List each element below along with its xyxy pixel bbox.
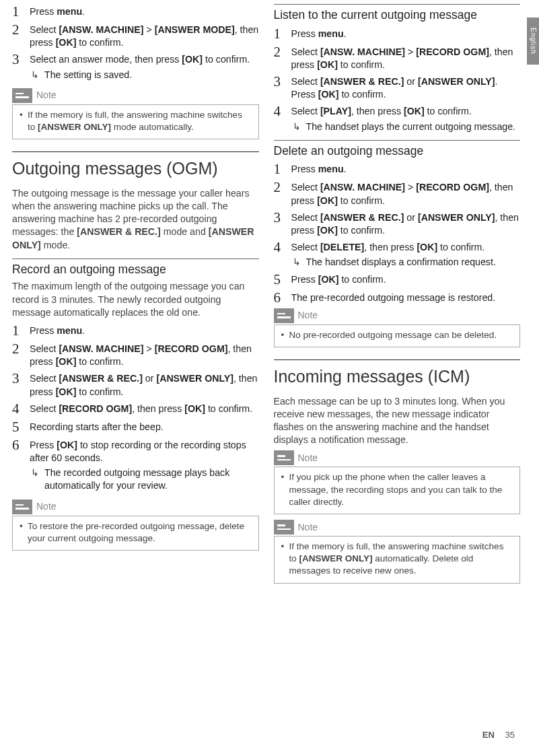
step-number: 1 <box>274 26 291 42</box>
bold: [ANSWER ONLY] <box>38 122 111 132</box>
result-arrow-icon: ↳ <box>291 121 306 133</box>
subsection-heading: Delete an outgoing message <box>274 143 521 160</box>
note-icon <box>12 500 32 514</box>
note-body: • To restore the pre-recorded outgoing m… <box>12 516 259 551</box>
language-tab: English <box>527 18 539 65</box>
note-icon <box>274 308 294 323</box>
result-row: ↳ The setting is saved. <box>30 69 259 81</box>
note-box: Note • If you pick up the phone when the… <box>274 450 521 514</box>
step-item: 4Select [DELETE], then press [OK] to con… <box>274 240 521 269</box>
step-number: 1 <box>274 162 291 177</box>
note-text: No pre-recorded outgoing message can be … <box>289 329 497 341</box>
step-item: 3 Select an answer mode, then press [OK]… <box>12 52 259 81</box>
bullet-dot: • <box>281 329 289 341</box>
text: mode. <box>41 240 70 250</box>
note-header: Note <box>12 500 259 514</box>
right-column: Listen to the current outgoing message 1… <box>274 0 521 756</box>
step-item: 2Select [ANSW. MACHINE] > [RECORD OGM], … <box>12 341 259 368</box>
step-text: Select [DELETE], then press [OK] to conf… <box>291 240 521 269</box>
step-text: Press [OK] to confirm. <box>291 272 521 287</box>
page-content: 1 Press menu. 2 Select [ANSW. MACHINE] >… <box>0 0 539 756</box>
result-text: The recorded outgoing message plays back… <box>44 467 259 492</box>
text: Select an answer mode, then press <box>30 54 182 65</box>
note-label: Note <box>36 500 57 513</box>
step-text: Press menu. <box>30 323 259 339</box>
step-number: 5 <box>274 272 291 287</box>
bullet-dot: • <box>281 541 289 578</box>
result-row: ↳The recorded outgoing message plays bac… <box>30 467 259 492</box>
paragraph: Each message can be up to 3 minutes long… <box>274 395 521 447</box>
step-item: 3Select [ANSWER & REC.] or [ANSWER ONLY]… <box>274 210 521 237</box>
step-item: 2Select [ANSW. MACHINE] > [RECORD OGM], … <box>274 44 521 71</box>
note-header: Note <box>274 520 521 535</box>
bold: [ANSW. MACHINE] <box>59 24 143 35</box>
step-item: 1 Press menu. <box>12 4 259 20</box>
note-box: Note • No pre-recorded outgoing message … <box>274 308 521 347</box>
step-number: 3 <box>12 371 30 398</box>
step-number: 6 <box>12 438 30 493</box>
note-icon <box>274 450 294 465</box>
step-item: 5Press [OK] to confirm. <box>274 272 521 287</box>
text: mode and <box>161 226 209 237</box>
note-body: • If the memory is full, the answering m… <box>12 104 259 139</box>
text: to confirm. <box>203 54 250 65</box>
note-label: Note <box>298 521 318 534</box>
step-item: 1Press menu. <box>274 162 521 177</box>
step-number: 3 <box>274 74 291 101</box>
step-text: Select [ANSW. MACHINE] > [ANSWER MODE], … <box>30 22 259 49</box>
paragraph: The outgoing message is the message your… <box>12 187 259 252</box>
step-number: 4 <box>274 240 291 269</box>
subsection-heading: Listen to the current outgoing message <box>274 7 521 24</box>
note-header: Note <box>12 88 259 103</box>
left-column: 1 Press menu. 2 Select [ANSW. MACHINE] >… <box>12 0 259 756</box>
note-icon <box>12 88 32 103</box>
text: Select <box>30 24 59 35</box>
step-number: 2 <box>12 341 30 368</box>
step-text: Select [ANSWER & REC.] or [ANSWER ONLY],… <box>291 210 521 237</box>
step-item: 4Select [PLAY], then press [OK] to confi… <box>274 104 521 133</box>
step-text: Press menu. <box>291 162 521 177</box>
text: to confirm. <box>76 37 123 48</box>
step-text: Press [OK] to stop recording or the reco… <box>30 438 259 493</box>
result-arrow-icon: ↳ <box>30 69 44 81</box>
sub-divider <box>12 259 259 259</box>
footer-page: 35 <box>505 730 515 740</box>
bold: [ANSWER MODE] <box>155 24 235 35</box>
note-label: Note <box>36 89 57 102</box>
note-label: Note <box>298 452 318 465</box>
step-number: 4 <box>274 104 291 133</box>
bullet-dot: • <box>20 109 28 133</box>
bullet-dot: • <box>281 471 289 508</box>
step-item: 5Recording starts after the beep. <box>12 419 259 435</box>
note-body: • No pre-recorded outgoing message can b… <box>274 324 521 347</box>
step-number: 3 <box>12 52 30 81</box>
result-text: The setting is saved. <box>44 69 259 81</box>
step-number: 2 <box>274 180 291 207</box>
result-row: ↳The handset plays the current outgoing … <box>291 121 521 133</box>
step-number: 4 <box>12 401 30 417</box>
note-text: If the memory is full, the answering mac… <box>28 109 252 133</box>
step-item: 6The pre-recorded outgoing message is re… <box>274 290 521 306</box>
step-item: 1Press menu. <box>12 323 259 339</box>
note-body: • If the memory is full, the answering m… <box>274 536 521 584</box>
bold: menu <box>57 6 82 17</box>
step-text: Select [ANSWER & REC.] or [ANSWER ONLY].… <box>291 74 521 101</box>
step-text: Select [ANSW. MACHINE] > [RECORD OGM], t… <box>291 44 521 71</box>
step-text: Select [RECORD OGM], then press [OK] to … <box>30 401 259 417</box>
note-body: • If you pick up the phone when the call… <box>274 467 521 514</box>
text: . <box>82 6 85 17</box>
result-arrow-icon: ↳ <box>291 256 306 269</box>
page-footer: EN 35 <box>482 729 515 741</box>
result-row: ↳The handset displays a confirmation req… <box>291 256 521 269</box>
bold: [OK] <box>56 37 77 48</box>
steps-list: 1Press menu.2Select [ANSW. MACHINE] > [R… <box>274 162 521 305</box>
step-item: 6Press [OK] to stop recording or the rec… <box>12 438 259 493</box>
step-text: Select [ANSW. MACHINE] > [RECORD OGM], t… <box>291 180 521 207</box>
step-number: 6 <box>274 290 291 306</box>
note-header: Note <box>274 450 521 465</box>
note-box: Note • To restore the pre-recorded outgo… <box>12 500 259 551</box>
section-heading: Outgoing messages (OGM) <box>12 158 259 180</box>
step-number: 2 <box>274 44 291 71</box>
note-icon <box>274 520 294 535</box>
step-number: 3 <box>274 210 291 237</box>
